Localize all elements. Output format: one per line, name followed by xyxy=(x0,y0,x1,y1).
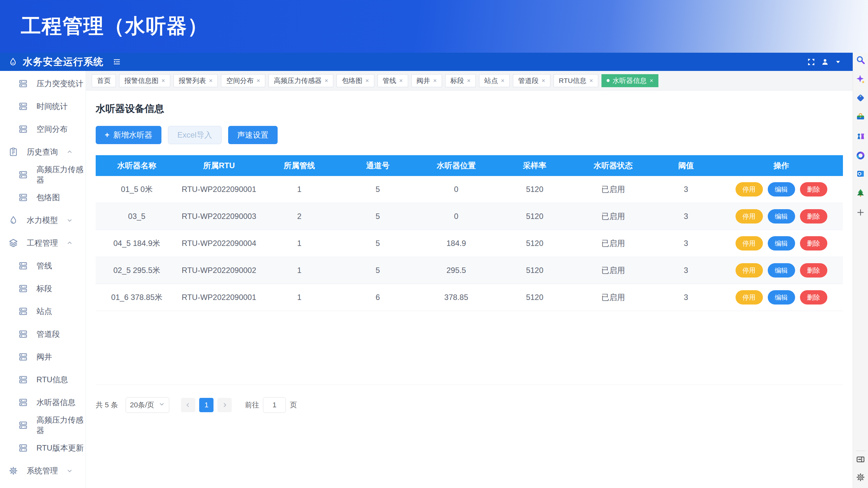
sidebar-item-label: 水力模型 xyxy=(27,215,58,225)
chevron-down-icon xyxy=(66,467,73,474)
column-header: 水听器状态 xyxy=(574,155,652,176)
tab-报警信息图[interactable]: 报警信息图 xyxy=(119,74,170,87)
prev-page-button[interactable] xyxy=(181,398,195,412)
tab-管道段[interactable]: 管道段 xyxy=(513,74,550,87)
sidebar-item-时间统计[interactable]: 时间统计 xyxy=(0,95,86,118)
column-header: 操作 xyxy=(720,155,843,176)
plus-icon xyxy=(105,130,110,139)
panel-collapse-icon[interactable] xyxy=(856,455,865,464)
edit-button[interactable]: 编辑 xyxy=(768,236,795,251)
disable-button[interactable]: 停用 xyxy=(736,209,763,224)
tab-包络图[interactable]: 包络图 xyxy=(337,74,374,87)
sound-speed-button[interactable]: 声速设置 xyxy=(228,126,278,144)
sidebar-item-管线[interactable]: 管线 xyxy=(0,254,86,277)
close-icon[interactable] xyxy=(501,77,504,84)
add-icon[interactable] xyxy=(856,207,865,217)
sidebar-item-水听器信息[interactable]: 水听器信息 xyxy=(0,391,86,414)
sidebar-item-压力突变统计[interactable]: 压力突变统计 xyxy=(0,72,86,95)
sidebar-item-工程管理[interactable]: 工程管理 xyxy=(0,232,86,254)
delete-button[interactable]: 删除 xyxy=(800,182,827,196)
tab-label: 报警列表 xyxy=(179,76,206,85)
row-actions: 停用编辑删除 xyxy=(720,182,843,196)
close-icon[interactable] xyxy=(324,77,328,84)
goto-page-input[interactable] xyxy=(263,397,286,413)
tree-icon[interactable] xyxy=(856,188,865,198)
sidebar-item-label: 系统管理 xyxy=(27,465,58,476)
close-icon[interactable] xyxy=(365,77,369,84)
delete-button[interactable]: 删除 xyxy=(800,209,827,224)
menu-grid-icon xyxy=(18,261,28,271)
sidebar-item-高频压力传感器[interactable]: 高频压力传感器 xyxy=(0,163,86,186)
shopping-tag-icon[interactable] xyxy=(856,93,865,103)
search-icon[interactable] xyxy=(856,55,865,65)
sidebar-item-管道段[interactable]: 管道段 xyxy=(0,323,86,346)
sidebar-item-历史查询[interactable]: 历史查询 xyxy=(0,140,86,163)
sidebar-item-RTU版本更新[interactable]: RTU版本更新 xyxy=(0,436,86,459)
sidebar-item-包络图[interactable]: 包络图 xyxy=(0,186,86,209)
user-icon[interactable] xyxy=(821,58,829,66)
menu-fold-icon[interactable] xyxy=(113,58,121,66)
next-page-button[interactable] xyxy=(217,398,232,412)
disable-button[interactable]: 停用 xyxy=(736,182,763,196)
close-icon[interactable] xyxy=(209,77,213,84)
chevron-up-icon xyxy=(66,239,73,247)
delete-button[interactable]: 删除 xyxy=(800,263,827,278)
close-icon[interactable] xyxy=(467,77,471,84)
games-chess-icon[interactable] xyxy=(856,131,865,141)
sidebar-item-高频压力传感器[interactable]: 高频压力传感器 xyxy=(0,414,86,436)
edit-button[interactable]: 编辑 xyxy=(768,209,795,224)
sidebar-item-系统管理[interactable]: 系统管理 xyxy=(0,459,86,482)
sidebar-item-标段[interactable]: 标段 xyxy=(0,277,86,300)
menu-grid-icon xyxy=(18,329,28,339)
tab-阀井[interactable]: 阀井 xyxy=(411,74,442,87)
delete-button[interactable]: 删除 xyxy=(800,290,827,304)
table-cell: 2 xyxy=(260,203,339,230)
disable-button[interactable]: 停用 xyxy=(736,236,763,251)
active-dot xyxy=(607,79,610,82)
sidebar-item-阀井[interactable]: 阀井 xyxy=(0,346,86,368)
table-cell: RTU-WP2022090001 xyxy=(178,176,260,203)
sidebar-item-label: 标段 xyxy=(36,283,52,294)
tab-RTU信息[interactable]: RTU信息 xyxy=(554,74,598,87)
sidebar-item-站点[interactable]: 站点 xyxy=(0,300,86,323)
add-hydrophone-button[interactable]: 新增水听器 xyxy=(96,126,161,144)
tab-报警列表[interactable]: 报警列表 xyxy=(174,74,218,87)
close-icon[interactable] xyxy=(589,77,593,84)
table-cell: 3 xyxy=(652,284,720,311)
outlook-icon[interactable] xyxy=(856,169,865,178)
disable-button[interactable]: 停用 xyxy=(736,263,763,278)
disable-button[interactable]: 停用 xyxy=(736,290,763,304)
edit-button[interactable]: 编辑 xyxy=(768,182,795,196)
toolbox-icon[interactable] xyxy=(856,112,865,122)
tab-空间分布[interactable]: 空间分布 xyxy=(221,74,265,87)
close-icon[interactable] xyxy=(399,77,403,84)
sidebar-item-RTU信息[interactable]: RTU信息 xyxy=(0,368,86,391)
column-header: 采样率 xyxy=(495,155,574,176)
fullscreen-icon[interactable] xyxy=(807,58,815,66)
settings-gear-icon[interactable] xyxy=(856,473,865,482)
close-icon[interactable] xyxy=(161,77,165,84)
current-page-button[interactable]: 1 xyxy=(199,398,214,412)
close-icon[interactable] xyxy=(256,77,260,84)
tab-高频压力传感器[interactable]: 高频压力传感器 xyxy=(269,74,333,87)
page-size-select[interactable]: 20条/页 xyxy=(126,397,169,413)
close-icon[interactable] xyxy=(541,77,545,84)
sidebar-item-水力模型[interactable]: 水力模型 xyxy=(0,209,86,232)
copilot-sparkle-icon[interactable] xyxy=(856,74,865,84)
edit-button[interactable]: 编辑 xyxy=(768,263,795,278)
tab-标段[interactable]: 标段 xyxy=(445,74,476,87)
tab-管线[interactable]: 管线 xyxy=(377,74,408,87)
sidebar-item-空间分布[interactable]: 空间分布 xyxy=(0,118,86,140)
close-icon[interactable] xyxy=(433,77,437,84)
caret-down-icon[interactable] xyxy=(835,58,842,65)
table-cell: 5120 xyxy=(495,203,574,230)
edit-button[interactable]: 编辑 xyxy=(768,290,795,304)
excel-import-button[interactable]: Excel导入 xyxy=(168,126,222,144)
tab-水听器信息[interactable]: 水听器信息 xyxy=(601,74,658,87)
close-icon[interactable] xyxy=(650,77,653,84)
tab-首页[interactable]: 首页 xyxy=(92,74,116,87)
tab-站点[interactable]: 站点 xyxy=(479,74,510,87)
delete-button[interactable]: 删除 xyxy=(800,236,827,251)
sidebar-item-label: 包络图 xyxy=(36,192,60,203)
m365-ring-icon[interactable] xyxy=(856,151,865,160)
